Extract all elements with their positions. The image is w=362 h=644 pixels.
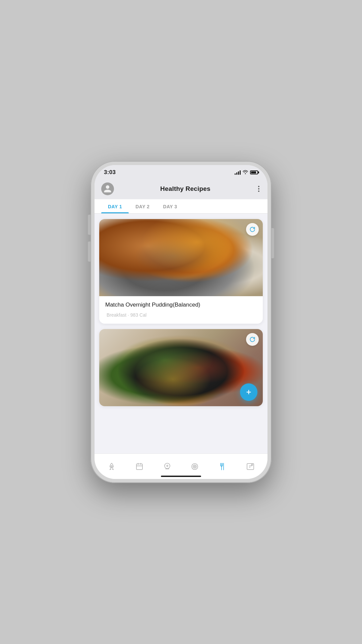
svg-rect-3 <box>136 464 142 470</box>
status-bar: 3:03 <box>95 165 267 180</box>
tab-day2[interactable]: DAY 2 <box>129 199 156 213</box>
main-content: Matcha Overnight Pudding(Balanced) Break… <box>95 214 267 453</box>
recipe-image-wrapper-2 <box>99 329 263 406</box>
star-icon <box>191 463 199 471</box>
svg-point-16 <box>251 464 253 466</box>
status-time: 3:03 <box>104 169 116 176</box>
svg-point-8 <box>192 464 198 470</box>
tab-day1[interactable]: DAY 1 <box>101 199 129 213</box>
refresh-recipe-2-button[interactable] <box>246 333 259 346</box>
add-recipe-button[interactable] <box>240 383 257 401</box>
fork-icon <box>219 463 227 471</box>
nav-recipes[interactable] <box>209 460 237 473</box>
person-icon <box>246 463 254 471</box>
bottom-nav <box>95 453 267 479</box>
page-title: Healthy Recipes <box>160 185 210 193</box>
home-indicator <box>161 476 201 477</box>
tab-day3[interactable]: DAY 3 <box>156 199 184 213</box>
nav-profile[interactable] <box>236 460 264 473</box>
recipe-card-2[interactable] <box>99 329 263 406</box>
wifi-icon <box>243 170 248 175</box>
weight-icon <box>163 463 171 471</box>
svg-point-2 <box>111 466 112 467</box>
recipe-image-2 <box>99 329 263 406</box>
refresh-recipe-1-button[interactable] <box>246 223 259 236</box>
header: Healthy Recipes <box>95 180 267 199</box>
status-icons <box>235 170 258 175</box>
nav-explore[interactable] <box>98 460 126 473</box>
recipe-card-1[interactable]: Matcha Overnight Pudding(Balanced) Break… <box>99 219 263 324</box>
recipe-image-wrapper-1 <box>99 219 263 296</box>
svg-point-9 <box>193 465 196 468</box>
svg-point-10 <box>194 466 195 467</box>
tabs-bar: DAY 1 DAY 2 DAY 3 <box>95 199 267 214</box>
phone-frame: 3:03 <box>90 161 272 483</box>
nav-weight[interactable] <box>153 460 181 473</box>
nav-calendar[interactable] <box>126 460 154 473</box>
recipe-name-1: Matcha Overnight Pudding(Balanced) <box>105 302 257 308</box>
recipe-image-1 <box>99 219 263 296</box>
rocket-icon <box>108 463 116 471</box>
recipe-card-content-1: Matcha Overnight Pudding(Balanced) Break… <box>99 296 263 324</box>
signal-icon <box>235 170 241 175</box>
more-options-button[interactable] <box>257 184 261 193</box>
nav-goals[interactable] <box>181 460 209 473</box>
phone-screen: 3:03 <box>95 165 267 479</box>
calendar-icon <box>135 463 143 471</box>
avatar[interactable] <box>101 182 114 195</box>
battery-icon <box>250 170 258 174</box>
recipe-meta-1: Breakfast · 983 Cal <box>105 312 257 318</box>
